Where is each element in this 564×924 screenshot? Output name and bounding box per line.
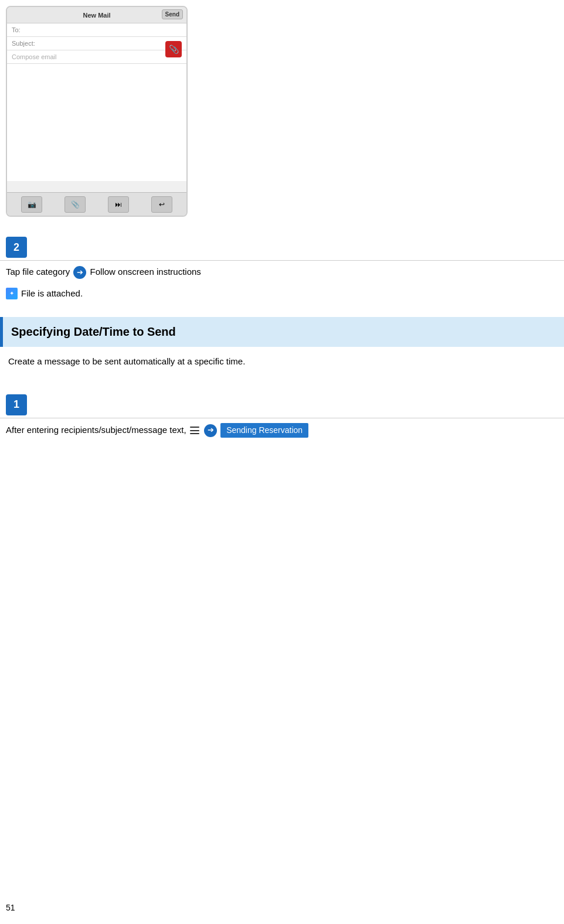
menu-icon — [190, 427, 199, 434]
phone-compose-placeholder: Compose email — [12, 53, 56, 60]
toolbar-camera-btn[interactable]: 📷 — [21, 196, 42, 213]
phone-screenshot: New Mail Send To: Subject: Compose email… — [6, 6, 188, 217]
page-content: New Mail Send To: Subject: Compose email… — [0, 6, 564, 444]
section-heading-text: Specifying Date/Time to Send — [11, 325, 176, 338]
step1-badge-row: 1 — [0, 386, 564, 415]
step1-arrow-icon: ➔ — [204, 424, 217, 437]
phone-subject-row: Subject: — [7, 37, 186, 50]
phone-bottom-toolbar: 📷 📎 ⏭ ↩ — [7, 192, 186, 216]
step1-content: After entering recipients/subject/messag… — [0, 418, 564, 444]
phone-top-bar: New Mail Send — [7, 7, 186, 23]
phone-body-area — [7, 64, 186, 181]
step2-badge-row: 2 — [0, 229, 564, 258]
step2-content: Tap file category ➔ Follow onscreen inst… — [0, 261, 564, 285]
page-number: 51 — [6, 903, 15, 912]
phone-title: New Mail — [83, 12, 110, 19]
step2-badge: 2 — [6, 237, 27, 258]
phone-compose-row[interactable]: Compose email — [7, 50, 186, 64]
section-heading: Specifying Date/Time to Send — [0, 317, 564, 347]
toolbar-attach-btn[interactable]: 📎 — [64, 196, 86, 213]
section-description: Create a message to be sent automaticall… — [0, 347, 564, 374]
phone-to-label: To: — [12, 26, 44, 33]
phone-subject-label: Subject: — [12, 40, 44, 47]
step2-arrow-icon: ➔ — [73, 266, 86, 279]
step1-text: After entering recipients/subject/messag… — [6, 423, 308, 438]
step2-text: Tap file category ➔ Follow onscreen inst… — [6, 265, 201, 279]
toolbar-skip-btn[interactable]: ⏭ — [108, 196, 129, 213]
phone-to-row: To: — [7, 23, 186, 37]
step1-badge: 1 — [6, 394, 27, 415]
step2-result-text: File is attached. — [21, 287, 83, 299]
toolbar-reply-btn[interactable]: ↩ — [151, 196, 172, 213]
file-attached-icon: ✦ — [6, 288, 18, 299]
phone-send-button[interactable]: Send — [162, 9, 183, 19]
step2-result-row: ✦ File is attached. — [0, 285, 564, 305]
phone-attach-icon — [165, 41, 182, 57]
sending-reservation-label[interactable]: Sending Reservation — [220, 423, 308, 438]
